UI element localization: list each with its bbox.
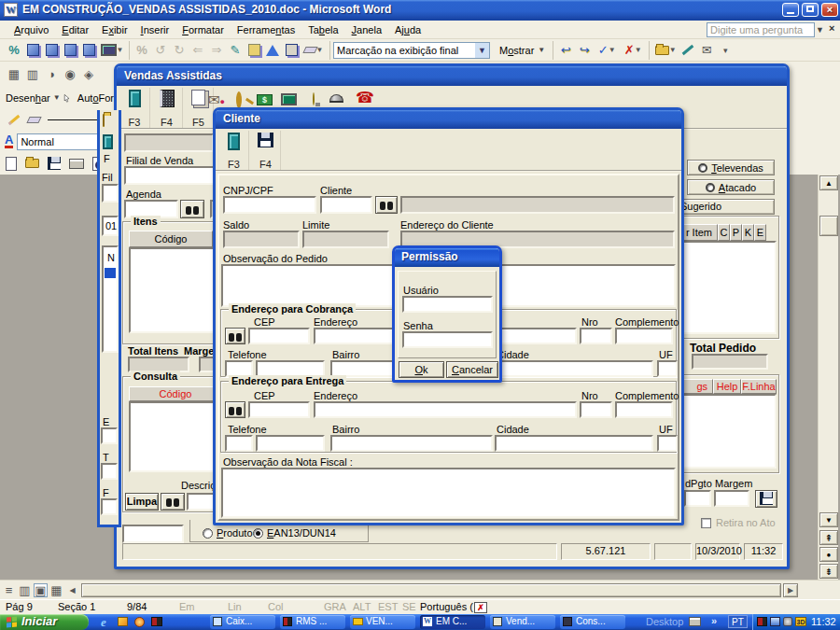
- chevron-icon[interactable]: »: [711, 615, 717, 626]
- ok-button[interactable]: Ok: [399, 361, 444, 378]
- eraser-icon[interactable]: ▼: [301, 41, 327, 60]
- minimize-icon[interactable]: [782, 3, 799, 17]
- selected-row[interactable]: [105, 268, 116, 278]
- autoformas-menu[interactable]: AutoFor: [70, 92, 114, 104]
- contrast-icon[interactable]: ◑: [42, 64, 61, 83]
- cliente-input[interactable]: [320, 196, 372, 214]
- uf-input[interactable]: [657, 360, 678, 377]
- ean-radio[interactable]: [253, 528, 263, 539]
- browse-prev-icon[interactable]: ⇞: [819, 530, 838, 545]
- televendas-option[interactable]: Televendas: [687, 160, 775, 175]
- helmet-icon[interactable]: [329, 94, 343, 103]
- ean-radio-label[interactable]: EAN13/DUN14: [267, 527, 336, 539]
- atacado-option[interactable]: Atacado: [687, 179, 775, 195]
- draw-pencil-icon[interactable]: ✎: [226, 41, 245, 60]
- print-icon[interactable]: [69, 159, 84, 169]
- exit-button[interactable]: F3: [119, 88, 150, 128]
- complemento-input[interactable]: [615, 328, 673, 344]
- consulta-col-codigo[interactable]: Código: [129, 386, 222, 401]
- table-grid-icon[interactable]: ▦: [5, 64, 23, 83]
- markup-view-combo[interactable]: Marcação na exibição final▼: [333, 42, 490, 59]
- cnpj-input[interactable]: [223, 196, 316, 214]
- complemento-input[interactable]: [615, 401, 673, 418]
- itens-col-codigo[interactable]: Código: [129, 231, 213, 247]
- reject-change-icon[interactable]: ✗▼: [620, 41, 646, 60]
- menu-tabela[interactable]: Tabela: [301, 24, 344, 35]
- notebook-button[interactable]: F4: [151, 88, 183, 128]
- task-button-vendas[interactable]: Vend...: [490, 615, 555, 629]
- scroll-down-icon[interactable]: ▼: [819, 512, 838, 527]
- endereco-input[interactable]: [314, 401, 577, 418]
- retira-checkbox[interactable]: [701, 518, 711, 528]
- scroll-thumb[interactable]: [819, 216, 838, 236]
- open-icon[interactable]: [25, 159, 39, 168]
- new-document-icon[interactable]: [6, 157, 17, 171]
- desktop-toolbar-label[interactable]: Desktop: [646, 616, 683, 627]
- obs-nf-textarea[interactable]: [221, 468, 676, 518]
- explorer-quicklaunch-icon[interactable]: [118, 617, 128, 626]
- reviewing-pane-icon[interactable]: ✉: [697, 41, 716, 60]
- highlighter-icon[interactable]: [679, 41, 697, 60]
- produto-radio-label[interactable]: Produto: [217, 527, 253, 539]
- cep-input[interactable]: [248, 328, 310, 344]
- menu-ajuda[interactable]: Ajuda: [388, 24, 427, 35]
- dpgto-input[interactable]: [684, 490, 711, 507]
- pen-icon[interactable]: [8, 115, 21, 125]
- menu-inserir[interactable]: Inserir: [134, 24, 176, 35]
- paint-icon[interactable]: [263, 41, 282, 60]
- desenhar-menu[interactable]: Desenhar: [0, 92, 50, 104]
- rms-tray-icon[interactable]: [757, 617, 767, 626]
- usuario-input[interactable]: [402, 296, 493, 313]
- screen-icon[interactable]: ▼: [98, 41, 126, 60]
- cep-search-button[interactable]: [225, 328, 245, 344]
- atacado-radio[interactable]: [706, 183, 715, 192]
- margem2-input[interactable]: [714, 490, 749, 507]
- menu-janela[interactable]: Janela: [345, 24, 388, 35]
- vertical-scrollbar[interactable]: ▲ ▼ ⇞ ● ⇟: [818, 175, 838, 580]
- accept-change-icon[interactable]: ✓▼: [594, 41, 620, 60]
- senha-input[interactable]: [402, 331, 493, 348]
- help-col-help[interactable]: Help: [713, 379, 741, 394]
- mini-list[interactable]: N: [102, 245, 119, 353]
- columns-icon[interactable]: ▥: [23, 64, 42, 83]
- language-indicator[interactable]: PT: [728, 615, 748, 628]
- cancelar-button[interactable]: Cancelar: [446, 361, 498, 378]
- nro-input[interactable]: [580, 401, 612, 418]
- ie-quicklaunch-icon[interactable]: e: [101, 615, 106, 630]
- help-col-flinha[interactable]: F.Linha: [741, 379, 777, 394]
- word-titlebar[interactable]: W EM CONSTRUÇÃO_VENDAS ASSISTIDAS_2010.d…: [0, 0, 840, 21]
- sugerido-box[interactable]: Sugerido: [676, 199, 775, 215]
- menu-exibir[interactable]: Exibir: [95, 24, 134, 35]
- grid-col-k[interactable]: K: [742, 224, 754, 241]
- object-box-icon[interactable]: [79, 41, 98, 60]
- ask-question-box[interactable]: Digite uma pergunta: [707, 22, 815, 37]
- phone-icon[interactable]: ☎: [356, 91, 374, 105]
- outline-view-icon[interactable]: ▦: [49, 583, 63, 597]
- hscroll-left-icon[interactable]: ◀: [65, 583, 79, 597]
- uf-input[interactable]: [657, 435, 678, 452]
- produto-radio[interactable]: [203, 528, 213, 539]
- cliente-titlebar[interactable]: Cliente: [216, 110, 681, 129]
- task-button-consulta[interactable]: Cons...: [560, 615, 625, 629]
- formatting-marks-icon[interactable]: %: [5, 41, 23, 60]
- task-button-caixa[interactable]: Caix...: [210, 615, 275, 629]
- permissao-titlebar[interactable]: Permissão: [395, 248, 499, 267]
- cep-input[interactable]: [248, 401, 310, 418]
- normal-view-icon[interactable]: ≡: [2, 583, 16, 597]
- menu-arquivo[interactable]: Arquivo: [7, 24, 55, 35]
- browse-select-icon[interactable]: ●: [819, 547, 838, 562]
- object-box-icon[interactable]: [42, 41, 61, 60]
- diamond-icon[interactable]: ◈: [79, 64, 98, 83]
- printer-tray-icon[interactable]: [689, 617, 701, 626]
- horizontal-scrollbar[interactable]: ≡ ▥ ▣ ▦ ◀ ▶: [0, 580, 840, 599]
- task-button-rms[interactable]: RMS ...: [280, 615, 345, 629]
- style-combo[interactable]: Normal: [17, 133, 106, 150]
- ask-dropdown-icon[interactable]: ▼: [816, 25, 824, 35]
- telefone-ddd-input[interactable]: [225, 435, 253, 452]
- grid-col-e[interactable]: E: [754, 224, 766, 241]
- rms-quicklaunch-icon[interactable]: [151, 617, 162, 626]
- volume-tray-icon[interactable]: [783, 617, 792, 626]
- hscroll-right-icon[interactable]: ▶: [783, 583, 798, 597]
- nro-input[interactable]: [580, 328, 612, 344]
- exit-button[interactable]: F3: [219, 131, 249, 170]
